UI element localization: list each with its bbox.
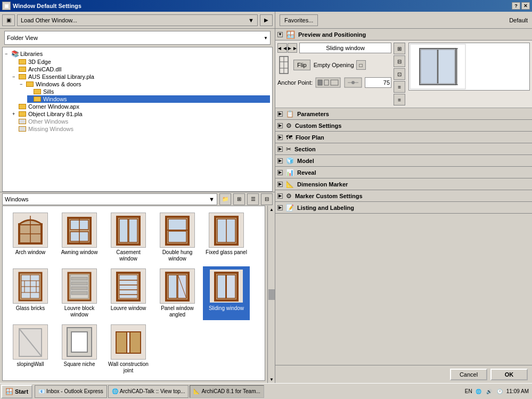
- right-icon-2[interactable]: ⊟: [394, 55, 405, 67]
- flip-button[interactable]: Flip: [293, 60, 310, 70]
- tree-item-sills[interactable]: Sills: [27, 88, 270, 95]
- scroll-thumb[interactable]: [268, 289, 275, 300]
- right-icon-3[interactable]: ⊡: [394, 68, 405, 80]
- favorites-button[interactable]: Favorites...: [280, 14, 318, 26]
- window-item-casement[interactable]: Casement window: [105, 210, 152, 264]
- empty-opening-btn[interactable]: □: [356, 60, 366, 70]
- sliding-thumb: [209, 268, 244, 304]
- right-icon-1[interactable]: ⊞: [394, 43, 405, 54]
- icons-container: Arch window Awning window: [3, 206, 265, 380]
- section-marker-custom[interactable]: ▶ ⚙ Marker Custom Settings: [275, 190, 532, 202]
- anchor-value-input[interactable]: [365, 77, 391, 88]
- taskbar-item-outlook[interactable]: 📧 Inbox - Outlook Express: [35, 385, 107, 398]
- folder-icon-open: [19, 74, 26, 79]
- window-item-awning[interactable]: Awning window: [56, 210, 103, 264]
- louvre-block-label: Louvre block window: [58, 305, 101, 318]
- svg-point-65: [351, 81, 355, 84]
- lib-view2-icon[interactable]: ☰: [247, 193, 259, 205]
- section-listing-labeling[interactable]: ▶ 📝 Listing and Labeling: [275, 202, 532, 214]
- preview-header[interactable]: ▼ 🪟 Preview and Positioning: [275, 29, 532, 40]
- tree-item-corner-window[interactable]: Corner Window.apx: [12, 103, 270, 110]
- load-other-button[interactable]: Load Other Window... ▼: [17, 14, 258, 26]
- tree-item-object-library[interactable]: + Object Library 81.pla: [12, 110, 270, 118]
- archicad-icon: 📐: [193, 388, 200, 394]
- tree-item-aus-library[interactable]: − AUS Essential Library.pla: [12, 73, 270, 80]
- section-parameters[interactable]: ▶ 📋 Parameters: [275, 108, 532, 120]
- glass-bricks-thumb: [13, 268, 48, 304]
- nav-next-btn[interactable]: ►►: [288, 43, 297, 53]
- tree-item-other-windows[interactable]: Other Windows: [12, 118, 270, 125]
- help-button[interactable]: ?: [512, 2, 520, 10]
- window-item-square-niche[interactable]: Square niche: [56, 322, 103, 376]
- svg-rect-61: [324, 80, 329, 85]
- taskbar-item-archicad-talk[interactable]: 🌐 ArchiCAD-Talk :: View top...: [108, 385, 189, 398]
- section-model[interactable]: ▶ 🧊 Model: [275, 155, 532, 167]
- window-item-louvre-block[interactable]: Louvre block window: [56, 266, 103, 320]
- section-reveal[interactable]: ▶ 📊 Reveal: [275, 167, 532, 178]
- preview-collapse-arrow[interactable]: ▼: [277, 32, 283, 37]
- section-floor-plan[interactable]: ▶ 🗺 Floor Plan: [275, 132, 532, 143]
- folder-icon: [34, 96, 41, 102]
- svg-rect-62: [331, 80, 338, 85]
- square-niche-thumb: [62, 324, 97, 360]
- tree-item-archicad-dll[interactable]: ArchiCAD.dll: [12, 66, 270, 73]
- folder-icon: [34, 89, 41, 94]
- tree-item-3d-edge[interactable]: 3D Edge: [12, 58, 270, 66]
- cancel-button[interactable]: Cancel: [450, 369, 487, 380]
- window-item-wall-joint[interactable]: Wall construction joint: [105, 322, 152, 376]
- volume-icon: 🔊: [485, 387, 494, 396]
- glass-bricks-label: Glass bricks: [16, 305, 45, 312]
- anchor-pos-icon: [343, 77, 363, 88]
- tree-item-libraries[interactable]: − 📚 Libraries: [5, 50, 270, 58]
- start-button[interactable]: 🪟 Start: [1, 385, 32, 398]
- title-bar: ▣ Window Default Settings ? ✕: [0, 0, 532, 12]
- louvre-block-thumb: [62, 268, 97, 304]
- awning-window-label: Awning window: [61, 249, 98, 256]
- preview-icon: 🪟: [286, 30, 295, 39]
- grid-scrollbar[interactable]: ▲ ▼: [267, 206, 275, 383]
- flip-icon: [277, 55, 290, 75]
- listing-icon: 📝: [286, 204, 294, 211]
- main-container: ▣ Load Other Window... ▼ ▶ Folder View ▼…: [0, 12, 532, 383]
- reveal-icon: 📊: [286, 169, 294, 176]
- tree-view[interactable]: − 📚 Libraries 3D Edge ArchiCAD.dll − AUS: [2, 47, 273, 192]
- preview-drawing: [409, 43, 466, 90]
- right-icon-5[interactable]: ≡: [394, 94, 405, 105]
- folder-view-dropdown[interactable]: Folder View ▼: [4, 31, 271, 45]
- tree-item-missing-windows[interactable]: Missing Windows: [12, 125, 270, 133]
- window-item-double-hung[interactable]: Double hung window: [154, 210, 201, 264]
- ok-button[interactable]: OK: [490, 369, 528, 380]
- default-label: Default: [509, 17, 528, 23]
- tree-item-windows-doors[interactable]: − Windows & doors: [20, 80, 270, 88]
- library-select-arrow: ▼: [209, 196, 215, 202]
- close-button[interactable]: ✕: [521, 2, 530, 10]
- tree-item-windows[interactable]: Windows: [27, 95, 270, 103]
- nav-prev-btn[interactable]: ◄◄: [277, 43, 287, 53]
- preview-body: ◄◄ ►► Sliding window: [275, 40, 532, 108]
- section-icon: ✂: [286, 145, 291, 153]
- scroll-down-btn[interactable]: ▼: [268, 376, 275, 382]
- section-dimension-marker[interactable]: ▶ 📐 Dimension Marker: [275, 178, 532, 190]
- scroll-up-btn[interactable]: ▲: [268, 206, 275, 213]
- window-item-glass-bricks[interactable]: Glass bricks: [7, 266, 54, 320]
- lib-view3-icon[interactable]: ⊟: [261, 193, 273, 205]
- taskbar-item-archicad[interactable]: 📐 ArchiCAD 8.1 for Team...: [190, 385, 264, 398]
- sliding-window-label: Sliding window: [299, 43, 391, 53]
- window-item-panel-angled[interactable]: Panel window angled: [154, 266, 201, 320]
- window-item-sliding[interactable]: Sliding window: [203, 266, 250, 320]
- anchor-grid-icon: [315, 77, 341, 88]
- lib-view1-icon[interactable]: ⊞: [233, 193, 245, 205]
- window-item-sloping-wall[interactable]: slopingWall: [7, 322, 54, 376]
- section-custom-settings[interactable]: ▶ ⚙ Custom Settings: [275, 120, 532, 132]
- window-item-louvre[interactable]: Louvre window: [105, 266, 152, 320]
- section-section[interactable]: ▶ ✂ Section: [275, 143, 532, 155]
- right-icon-4[interactable]: ≡: [394, 81, 405, 93]
- casement-window-label: Casement window: [107, 249, 150, 262]
- window-item-arch[interactable]: Arch window: [7, 210, 54, 264]
- right-scroll-btn[interactable]: ▶: [260, 14, 273, 26]
- lib-folder-icon[interactable]: 📁: [219, 193, 231, 205]
- library-select[interactable]: Windows ▼: [2, 193, 217, 205]
- icons-grid-wrapper: Arch window Awning window: [0, 206, 275, 383]
- window-item-fixed-glass[interactable]: Fixed glass panel: [203, 210, 250, 264]
- toolbar-icon-left[interactable]: ▣: [2, 14, 15, 26]
